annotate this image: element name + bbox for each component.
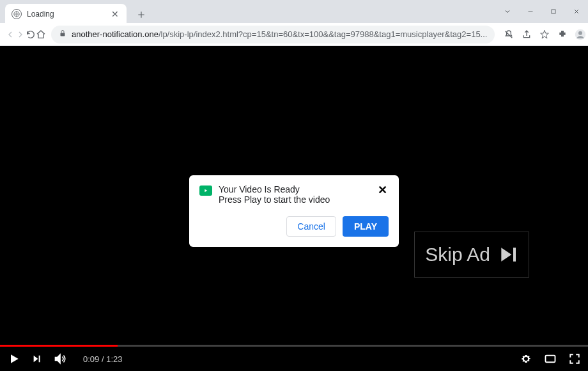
play-button[interactable] [8,352,20,365]
dialog-title: Your Video Is Ready [219,184,376,194]
window-maximize-button[interactable] [542,3,565,20]
window-titlebar: Loading ✕ [0,0,588,23]
bookmark-star-icon[interactable] [536,26,553,43]
svg-rect-1 [552,10,555,13]
video-time: 0:09 / 1:23 [83,354,122,364]
tab-close-button[interactable]: ✕ [110,9,120,19]
dialog-subtitle: Press Play to start the video [219,194,376,205]
browser-toolbar: another-notification.one/lp/skip-lp/inde… [0,23,588,46]
window-minimize-button[interactable] [519,3,542,20]
profile-avatar-icon[interactable] [571,26,588,43]
volume-button[interactable] [54,352,66,365]
cancel-button[interactable]: Cancel [286,216,336,237]
tab-title: Loading [27,10,110,19]
svg-point-4 [578,31,582,35]
back-button[interactable] [5,26,15,43]
skip-next-icon [498,244,518,265]
globe-icon [12,9,22,19]
home-button[interactable] [36,26,46,43]
skip-ad-overlay[interactable]: Skip Ad [414,232,529,278]
new-tab-button[interactable] [134,8,148,22]
address-bar[interactable]: another-notification.one/lp/skip-lp/inde… [51,26,495,43]
lock-icon [59,29,66,40]
next-button[interactable] [32,354,42,364]
browser-tab[interactable]: Loading ✕ [5,4,127,24]
extensions-icon[interactable] [553,26,571,43]
window-close-button[interactable] [565,3,588,20]
skip-ad-label: Skip Ad [425,244,490,265]
svg-rect-8 [546,356,555,363]
dialog-close-button[interactable]: ✕ [376,184,389,196]
theater-mode-button[interactable] [543,353,557,365]
settings-button[interactable] [520,353,532,365]
url-text: another-notification.one/lp/skip-lp/inde… [72,29,487,39]
toolbar-right [500,26,588,43]
share-icon[interactable] [518,26,536,43]
play-badge-icon [199,186,212,196]
url-path: /lp/skip-lp/index2.html?cp=15&tn=60&tx=1… [159,29,488,39]
video-ready-dialog: Your Video Is Ready Press Play to start … [189,175,399,247]
window-controls [496,0,588,23]
window-dropdown-icon[interactable] [496,3,519,20]
reload-button[interactable] [26,26,36,43]
video-controls: 0:09 / 1:23 [0,347,588,371]
fullscreen-button[interactable] [569,353,580,365]
url-domain: another-notification.one [72,29,159,39]
notifications-muted-icon[interactable] [500,26,518,43]
play-confirm-button[interactable]: PLAY [343,216,389,237]
svg-rect-2 [61,33,65,36]
forward-button[interactable] [15,26,26,43]
